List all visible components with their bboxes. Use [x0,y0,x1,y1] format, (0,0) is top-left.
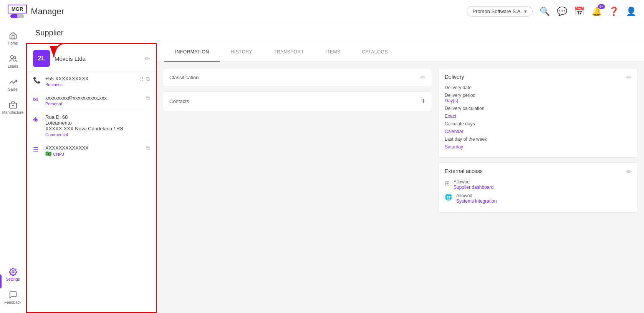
delivery-title-text: Delivery [445,74,464,81]
left-column: Classification ✏ Contacts + [163,68,432,307]
supplier-email-label: Personal [45,102,146,106]
sidebar: Home Leads Sales Manufacture Settings Fe… [0,23,26,313]
ext-allowed-1: Allowod [454,179,493,185]
supplier-document-content: XXXXXXXXXXXXX 🇧🇷 CNPJ [45,145,146,156]
sidebar-item-leads[interactable]: Leads [0,51,26,72]
feedback-icon [9,291,17,299]
ext-access-edit-icon[interactable]: ✏ [626,168,631,175]
logo-area: MGR Manager [8,5,64,18]
delivery-label-1: Delivery date [445,85,631,90]
svg-point-0 [10,56,13,58]
document-icon: ☰ [33,146,41,153]
ext-systems-integration: Systems integration [456,198,497,204]
delivery-card: Delivery ✏ Delivery date Delivery period… [438,68,638,158]
settings-icon [9,268,17,276]
profile-icon[interactable]: 👤 [626,7,636,17]
contacts-card-header: Contacts + [169,97,425,105]
supplier-address-city: XXXXX-XXX Nova Candelária / RS [45,126,150,132]
phone-copy-icon[interactable]: ⧉ [146,76,150,82]
supplier-phone-content: +55 XXXXXXXXXX Business [45,76,140,87]
right-panel: INFORMATION HISTORY TRANSPORT ITEMS CATA… [157,43,644,313]
phone-icon: 📞 [33,77,41,84]
sidebar-item-sales[interactable]: Sales [0,74,26,95]
logo-mgr: MGR [8,5,27,13]
logo-bar [10,14,24,18]
contacts-card: Contacts + [163,92,432,111]
supplier-edit-icon[interactable]: ✏ [145,55,150,62]
supplier-document-row: ☰ XXXXXXXXXXXXX 🇧🇷 CNPJ ⧉ [27,141,156,160]
delivery-exact-value: Exact [445,113,631,119]
email-copy-icon[interactable]: ⧉ [146,95,150,102]
delivery-calcdays-label: Calculate days [445,121,631,127]
chevron-down-icon: ▾ [524,8,527,14]
document-copy-icon[interactable]: ⧉ [146,145,150,152]
delivery-row-2: Delivery period Day(s) [445,93,631,103]
contacts-title: Contacts [169,98,189,104]
company-name: Promob Software S.A. [472,8,522,14]
delivery-row-8: Saturday [445,144,631,150]
classification-card: Classification ✏ [163,68,432,87]
ext-row-integration: 🌐 Allowod Systems integration [445,193,631,204]
delivery-lastday-label: Last day of the week [445,137,631,142]
ext-row-dashboard: ⊞ Allowod Supplier dashboard [445,179,631,190]
app-title: Manager [31,7,64,17]
tab-catalogs[interactable]: CATALOGS [351,43,399,62]
tab-transport[interactable]: TRANSPORT [263,43,315,62]
phone-grid-icon[interactable]: ⠿ [140,76,144,82]
delivery-calc-label: Delivery calculation [445,106,631,111]
leads-icon [9,55,17,63]
sales-icon [9,78,17,86]
ext-supplier-dashboard: Supplier dashboard [454,185,493,190]
email-icon: ✉ [33,96,41,103]
external-access-card: External access ✏ ⊞ Allowod Supplier das… [438,162,638,213]
document-actions: ⧉ [146,145,150,152]
address-icon: ◈ [33,115,41,123]
app-header: MGR Manager Promob Software S.A. ▾ 🔍 💬 📅… [0,0,644,23]
delivery-row-6: Calendar [445,129,631,134]
sidebar-label-feedback: Feedback [5,300,22,305]
contacts-add-icon[interactable]: + [421,97,425,105]
classification-edit-icon[interactable]: ✏ [421,74,425,81]
supplier-header: 2L Móveis Ltda ✏ [27,44,156,72]
tab-content-information: Classification ✏ Contacts + [157,62,644,313]
supplier-address-label: Commercial [45,132,150,137]
sidebar-item-feedback[interactable]: Feedback [0,287,26,308]
notification-icon[interactable]: 🔔 9+ [591,7,602,17]
sidebar-label-settings: Settings [6,277,20,281]
delivery-row-4: Exact [445,113,631,119]
supplier-address-content: Rua D, 68 Loteamento XXXXX-XXX Nova Cand… [45,114,150,137]
calendar-icon[interactable]: 📅 [574,7,584,17]
sidebar-label-home: Home [8,41,18,45]
chat-icon[interactable]: 💬 [557,7,567,17]
supplier-document-label: CNPJ [53,152,64,156]
notification-badge: 9+ [598,4,605,9]
tab-items[interactable]: ITEMS [315,43,351,62]
classification-title: Classification [169,75,199,80]
phone-actions: ⠿ ⧉ [140,76,150,82]
sidebar-item-settings[interactable]: Settings [0,264,26,285]
delivery-period-value: Day(s) [445,98,631,103]
sidebar-item-manufacture[interactable]: Manufacture [0,97,26,118]
supplier-phone-row: 📞 +55 XXXXXXXXXX Business ⠿ ⧉ [27,72,156,91]
ext-access-header: External access ✏ [445,168,631,175]
supplier-avatar: 2L [33,50,50,67]
tabs-bar: INFORMATION HISTORY TRANSPORT ITEMS CATA… [157,43,644,62]
ext-integration-content: Allowod Systems integration [456,193,497,204]
delivery-edit-icon[interactable]: ✏ [626,74,631,81]
company-selector[interactable]: Promob Software S.A. ▾ [467,6,533,17]
sidebar-item-home[interactable]: Home [0,28,26,49]
supplier-address-street: Rua D, 68 [45,114,150,120]
page-title: Supplier [35,28,63,37]
delivery-period-label: Delivery period [445,93,631,98]
ext-dashboard-content: Allowod Supplier dashboard [454,179,493,190]
logo-box: MGR [8,5,27,18]
supplier-phone-label: Business [45,82,140,87]
supplier-email-row: ✉ xxxxxxxxx@xxxxxxxxxx.xxx Personal ⧉ [27,91,156,110]
tab-information[interactable]: INFORMATION [164,43,220,62]
page-title-bar: Supplier [26,23,644,43]
search-icon[interactable]: 🔍 [540,7,550,17]
dashboard-icon: ⊞ [445,180,450,187]
delivery-row-7: Last day of the week [445,137,631,142]
tab-history[interactable]: HISTORY [220,43,263,62]
help-icon[interactable]: ❓ [609,7,619,17]
